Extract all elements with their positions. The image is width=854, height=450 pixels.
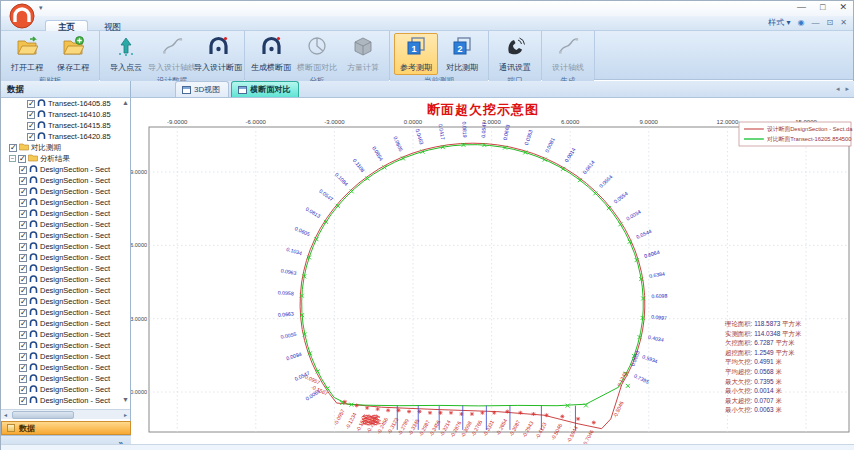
tree-item-transect[interactable]: Transect-16405.85 <box>1 98 130 109</box>
window-close-button[interactable]: ✕ <box>839 2 847 12</box>
data-panel-bottom-tab[interactable]: 数据 <box>1 421 131 435</box>
quick-access-caret-icon[interactable]: ▾ <box>39 4 43 12</box>
tree-item-section[interactable]: DesignSection - Sect <box>1 296 130 307</box>
ribbon-button-方量计算[interactable]: 方量计算 <box>341 33 385 75</box>
tree-checkbox[interactable] <box>27 122 35 130</box>
tree-item-section[interactable]: DesignSection - Sect <box>1 329 130 340</box>
ribbon-button-导入点云[interactable]: 导入点云 <box>104 33 148 75</box>
doc-tab-横断面对比[interactable]: 横断面对比 <box>231 81 299 97</box>
tree-checkbox[interactable] <box>19 177 27 185</box>
hscroll-left-icon[interactable]: ◂ <box>1 411 10 418</box>
tab-nav-arrows-icon[interactable]: ◂ ▸ <box>836 85 851 93</box>
help-icon[interactable]: ◉ <box>798 18 805 27</box>
tree-scroll-down-icon[interactable]: ▼ <box>122 396 129 403</box>
tree-item-section[interactable]: DesignSection - Sect <box>1 285 130 296</box>
chart-canvas[interactable]: -9.0000-6.0000-3.00000.00003.00006.00009… <box>131 98 854 444</box>
window-maximize-button[interactable]: □ <box>820 2 825 12</box>
tree-checkbox[interactable] <box>19 276 27 284</box>
tree-checkbox[interactable] <box>19 232 27 240</box>
tree-item-section[interactable]: DesignSection - Sect <box>1 219 130 230</box>
tree-item-section[interactable]: DesignSection - Sect <box>1 175 130 186</box>
x-tick-label: 6.0000 <box>561 119 580 125</box>
tree-checkbox[interactable] <box>27 133 35 141</box>
doc-tab-3D视图[interactable]: 3D视图 <box>175 81 229 97</box>
app-logo-icon[interactable] <box>9 3 35 29</box>
compare-circle-icon <box>306 35 328 61</box>
app-close-icon[interactable]: ✕ <box>840 18 847 27</box>
ribbon-button-通讯设置[interactable]: 通讯设置 <box>493 33 537 75</box>
ribbon-button-对比测期[interactable]: 2对比测期 <box>440 33 484 75</box>
tree-checkbox[interactable] <box>19 210 27 218</box>
tree-horizontal-scrollbar[interactable]: ◂ ▸ <box>1 409 130 419</box>
section-icon <box>29 285 40 296</box>
section-icon <box>29 395 40 406</box>
style-menu[interactable]: 样式 ▾ <box>768 17 790 28</box>
ribbon-button-设计轴线[interactable]: 设计轴线 <box>546 33 590 75</box>
tree-item-section[interactable]: DesignSection - Sect <box>1 373 130 384</box>
tree-item-section[interactable]: DesignSection - Sect <box>1 164 130 175</box>
tree-checkbox[interactable] <box>19 265 27 273</box>
ribbon-button-保存工程[interactable]: 保存工程 <box>51 33 95 75</box>
ribbon-button-参考测期[interactable]: 1参考测期 <box>394 33 438 75</box>
tree-checkbox[interactable] <box>19 243 27 251</box>
tree-scroll-up-icon[interactable]: ▲ <box>122 99 129 106</box>
tree-checkbox[interactable] <box>19 188 27 196</box>
hscroll-thumb[interactable] <box>12 411 74 419</box>
tree-item-label: DesignSection - Sect <box>40 264 110 273</box>
tree-item-section[interactable]: DesignSection - Sect <box>1 384 130 395</box>
tree-item-section[interactable]: DesignSection - Sect <box>1 395 130 406</box>
tree-item-分析结果[interactable]: −分析结果 <box>1 153 130 164</box>
tree-item-section[interactable]: DesignSection - Sect <box>1 252 130 263</box>
tree-checkbox[interactable] <box>19 309 27 317</box>
hscroll-right-icon[interactable]: ▸ <box>121 411 130 418</box>
tree-checkbox[interactable] <box>19 221 27 229</box>
tree-checkbox[interactable] <box>19 166 27 174</box>
tree-item-section[interactable]: DesignSection - Sect <box>1 318 130 329</box>
tree-checkbox[interactable] <box>19 199 27 207</box>
ribbon-button-打开工程[interactable]: 打开工程 <box>5 33 49 75</box>
app-minimize-icon[interactable]: — <box>812 18 820 27</box>
tree-checkbox[interactable] <box>27 111 35 119</box>
tree-item-section[interactable]: DesignSection - Sect <box>1 197 130 208</box>
tree-item-section[interactable]: DesignSection - Sect <box>1 274 130 285</box>
tree-checkbox[interactable] <box>9 144 17 152</box>
tree-checkbox[interactable] <box>19 287 27 295</box>
section-icon <box>29 252 40 263</box>
ribbon-button-横断面对比[interactable]: 横断面对比 <box>295 33 339 75</box>
tree-item-transect[interactable]: Transect-16420.85 <box>1 131 130 142</box>
ribbon-button-生成横断面[interactable]: 生成横断面 <box>249 33 293 75</box>
ribbon-button-导入设计断面[interactable]: 导入设计断面 <box>196 33 240 75</box>
style-caret-icon: ▾ <box>787 18 791 27</box>
tree-item-section[interactable]: DesignSection - Sect <box>1 263 130 274</box>
tree-item-对比测期[interactable]: 对比测期 <box>1 142 130 153</box>
tree-expander-icon[interactable]: − <box>9 155 16 162</box>
ribbon-button-label: 参考测期 <box>400 62 432 73</box>
app-restore-icon[interactable]: ⊡ <box>827 18 834 27</box>
ribbon-button-导入设计轴线[interactable]: 导入设计轴线 <box>150 33 194 75</box>
tree-checkbox[interactable] <box>19 364 27 372</box>
tree-checkbox[interactable] <box>19 375 27 383</box>
tree-checkbox[interactable] <box>19 397 27 405</box>
tree-checkbox[interactable] <box>18 155 26 163</box>
tree-item-section[interactable]: DesignSection - Sect <box>1 208 130 219</box>
tree-item-section[interactable]: DesignSection - Sect <box>1 362 130 373</box>
tree-item-section[interactable]: DesignSection - Sect <box>1 340 130 351</box>
tree-item-section[interactable]: DesignSection - Sect <box>1 307 130 318</box>
tree-checkbox[interactable] <box>19 342 27 350</box>
window-minimize-button[interactable]: — <box>797 2 806 12</box>
tree-item-transect[interactable]: Transect-16415.85 <box>1 120 130 131</box>
tree-item-section[interactable]: DesignSection - Sect <box>1 241 130 252</box>
view-window-icon <box>238 86 247 94</box>
tree-checkbox[interactable] <box>19 320 27 328</box>
tree-checkbox[interactable] <box>19 298 27 306</box>
tree-item-section[interactable]: DesignSection - Sect <box>1 351 130 362</box>
tree-item-transect[interactable]: Transect-16410.85 <box>1 109 130 120</box>
tree-checkbox[interactable] <box>19 386 27 394</box>
tree-item-section[interactable]: DesignSection - Sect <box>1 186 130 197</box>
tree-checkbox[interactable] <box>19 254 27 262</box>
tree-checkbox[interactable] <box>19 331 27 339</box>
tree-checkbox[interactable] <box>27 100 35 108</box>
tree-item-section[interactable]: DesignSection - Sect <box>1 230 130 241</box>
tree-item-label: DesignSection - Sect <box>40 308 110 317</box>
tree-checkbox[interactable] <box>19 353 27 361</box>
